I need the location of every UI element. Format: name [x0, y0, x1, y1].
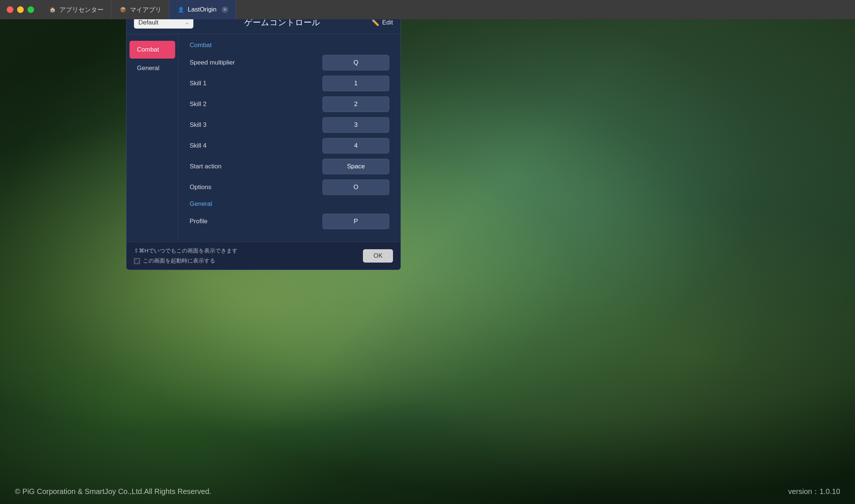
keybind-row-start-action: Start action Space	[190, 159, 389, 174]
tab-appcenter-label: アプリセンター	[59, 6, 104, 14]
footer-hint: ⇧⌘Hでいつでもこの画面を表示できます	[134, 247, 238, 254]
dialog-footer: ⇧⌘Hでいつでもこの画面を表示できます ✓ この画面を起動時に表示する OK	[127, 242, 400, 270]
sidebar-item-general-label: General	[137, 65, 159, 72]
keybind-label-skill4: Skill 4	[190, 142, 322, 149]
keybind-row-speed-multiplier: Speed multiplier Q	[190, 55, 389, 70]
keybind-label-skill2: Skill 2	[190, 101, 322, 108]
keybind-button-profile[interactable]: P	[322, 214, 389, 229]
keybind-button-options[interactable]: O	[322, 179, 389, 195]
keybind-row-skill2: Skill 2 2	[190, 96, 389, 112]
tab-close-icon[interactable]: ✕	[222, 6, 228, 13]
keybind-row-profile: Profile P	[190, 214, 389, 229]
general-section-title: General	[190, 200, 389, 208]
tab-myapp-label: マイアプリ	[130, 6, 161, 14]
keybind-label-speed-multiplier: Speed multiplier	[190, 59, 322, 66]
dropdown-value: Default	[138, 19, 158, 26]
copyright-text: © PiG Corporation & SmartJoy Co.,Ltd.All…	[15, 487, 211, 496]
sidebar-item-combat[interactable]: Combat	[130, 41, 175, 59]
pencil-icon: ✏️	[371, 19, 379, 27]
keybind-button-skill2[interactable]: 2	[322, 96, 389, 112]
checkbox-check-icon: ✓	[135, 257, 140, 264]
edit-label: Edit	[382, 19, 393, 26]
combat-section-title: Combat	[190, 42, 389, 49]
tab-lastorigin-label: LastOrigin	[188, 6, 216, 13]
keybind-label-skill3: Skill 3	[190, 121, 322, 129]
keybind-button-start-action[interactable]: Space	[322, 159, 389, 174]
keybind-label-options: Options	[190, 184, 322, 191]
footer-checkbox-label: この画面を起動時に表示する	[143, 257, 215, 264]
myapp-icon: 📦	[119, 6, 127, 14]
keybind-row-skill3: Skill 3 3	[190, 117, 389, 133]
footer-left: ⇧⌘Hでいつでもこの画面を表示できます ✓ この画面を起動時に表示する	[134, 247, 238, 264]
tab-myapp[interactable]: 📦 マイアプリ	[111, 0, 169, 19]
keybind-button-speed-multiplier[interactable]: Q	[322, 55, 389, 70]
sidebar: Combat General	[127, 34, 178, 242]
footer-checkbox-row: ✓ この画面を起動時に表示する	[134, 257, 238, 264]
keybind-row-skill4: Skill 4 4	[190, 138, 389, 154]
keybind-label-start-action: Start action	[190, 163, 322, 170]
titlebar: 🏠 アプリセンター 📦 マイアプリ 👤 LastOrigin ✕	[0, 0, 855, 19]
keybind-row-skill1: Skill 1 1	[190, 76, 389, 91]
tab-appcenter[interactable]: 🏠 アプリセンター	[41, 0, 111, 19]
ok-button[interactable]: OK	[363, 249, 393, 263]
close-button[interactable]	[7, 6, 13, 13]
version-text: version：1.0.10	[788, 487, 840, 497]
edit-button[interactable]: ✏️ Edit	[371, 19, 393, 27]
tab-lastorigin[interactable]: 👤 LastOrigin ✕	[169, 0, 236, 19]
maximize-button[interactable]	[27, 6, 34, 13]
dropdown-arrow-icon: ⌄	[185, 20, 189, 25]
content-area: Combat Speed multiplier Q Skill 1 1 Skil…	[178, 34, 400, 242]
appcenter-icon: 🏠	[48, 6, 56, 14]
keybind-label-skill1: Skill 1	[190, 80, 322, 87]
keybind-row-options: Options O	[190, 179, 389, 195]
bottom-bar: © PiG Corporation & SmartJoy Co.,Ltd.All…	[0, 487, 855, 497]
tab-bar: 🏠 アプリセンター 📦 マイアプリ 👤 LastOrigin ✕	[41, 0, 855, 19]
keybind-label-profile: Profile	[190, 218, 322, 225]
dialog-body: Combat General Combat Speed multiplier Q…	[127, 34, 400, 242]
sidebar-item-combat-label: Combat	[137, 46, 159, 53]
keybind-button-skill1[interactable]: 1	[322, 76, 389, 91]
sidebar-item-general[interactable]: General	[130, 59, 175, 77]
keybind-button-skill3[interactable]: 3	[322, 117, 389, 133]
lastorigin-icon: 👤	[177, 6, 185, 14]
show-on-startup-checkbox[interactable]: ✓	[134, 258, 140, 264]
keybind-button-skill4[interactable]: 4	[322, 138, 389, 154]
traffic-lights	[0, 6, 41, 13]
game-control-dialog: Default ⌄ ゲームコントロール ✏️ Edit Combat Gener…	[126, 11, 401, 270]
minimize-button[interactable]	[17, 6, 24, 13]
